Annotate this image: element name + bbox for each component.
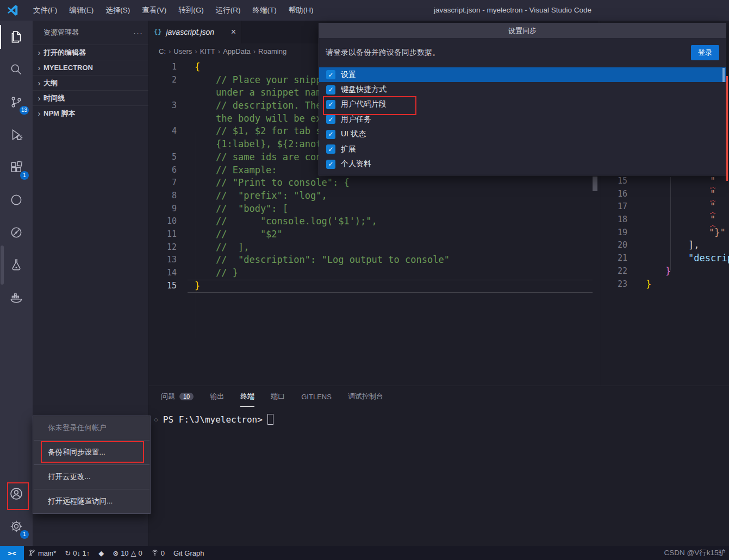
code-text: "}" [627, 226, 726, 240]
explorer-icon[interactable] [0, 21, 33, 53]
remote-indicator-icon[interactable] [0, 546, 24, 560]
extensions-icon[interactable]: 1 [0, 151, 33, 184]
dialog-message: 请登录以备份并跨设备同步数据。 [326, 48, 440, 58]
cloud-changes-item[interactable]: 打开云更改... [33, 468, 150, 486]
sidebar-item-npm-scripts[interactable]: NPM 脚本 [33, 105, 148, 121]
code-text: " [627, 188, 715, 201]
breadcrumb-item[interactable]: Roaming [257, 47, 288, 55]
checkbox-checked-icon[interactable] [326, 70, 335, 79]
tab-label: GITLENS [301, 393, 332, 401]
checkbox-checked-icon[interactable] [326, 144, 335, 154]
tab-problems[interactable]: 问题10 [161, 386, 194, 407]
menu-terminal[interactable]: 终端(T) [247, 3, 283, 18]
login-button[interactable]: 登录 [691, 45, 719, 60]
menu-edit[interactable]: 编辑(E) [63, 3, 99, 18]
accounts-context-menu: 你未登录任何帐户 备份和同步设置... 打开云更改... 打开远程隧道访问... [33, 416, 151, 514]
line-number: 14 [148, 267, 177, 280]
panel-tab-bar: 问题10 输出 终端 端口 GITLENS 调试控制台 [148, 386, 729, 407]
window-title: javascript.json - myelectron - Visual St… [434, 0, 591, 21]
checkbox-checked-icon[interactable] [326, 130, 335, 139]
breadcrumb-item[interactable]: AppData [221, 47, 252, 55]
tab-terminal[interactable]: 终端 [240, 386, 254, 407]
code-text: // Example: [177, 164, 277, 177]
code-line: 18" [601, 213, 729, 226]
menu-help[interactable]: 帮助(H) [283, 3, 320, 18]
menu-run[interactable]: 运行(R) [210, 3, 247, 18]
menu-view[interactable]: 查看(V) [136, 3, 172, 18]
sync-option-ui-state[interactable]: UI 状态 [319, 127, 726, 142]
search-icon[interactable] [0, 53, 33, 86]
run-debug-icon[interactable] [0, 118, 33, 151]
sync-option-snippets[interactable]: 用户代码片段 [319, 97, 726, 112]
branch-icon [28, 549, 36, 557]
line-number: 15 [601, 175, 627, 188]
tab-label: 调试控制台 [348, 392, 383, 401]
checkbox-checked-icon[interactable] [326, 100, 335, 109]
gitlens-status[interactable]: ◆ [94, 546, 108, 560]
breadcrumb-item[interactable]: Users [172, 47, 194, 55]
settings-badge: 1 [20, 530, 29, 539]
sync-status[interactable]: ↻ 0↓ 1↑ [60, 546, 94, 560]
sync-option-settings[interactable]: 设置 [319, 67, 726, 82]
source-control-icon[interactable]: 13 [0, 86, 33, 118]
scrollbar-thumb[interactable] [593, 177, 597, 191]
line-number: 9 [148, 203, 177, 216]
line-number [148, 138, 177, 151]
line-number: 11 [148, 228, 177, 241]
problems-status[interactable]: ⊗ 10 △ 0 [108, 546, 147, 560]
close-icon[interactable] [231, 27, 236, 37]
settings-sync-dialog: 设置同步 请登录以备份并跨设备同步数据。 登录 设置 键盘快捷方式 用户代码片段… [319, 23, 726, 175]
remote-tunnel-item[interactable]: 打开远程隧道访问... [33, 492, 150, 511]
sync-option-tasks[interactable]: 用户任务 [319, 112, 726, 127]
testing-flask-icon[interactable] [0, 249, 33, 281]
sync-options-list: 设置 键盘快捷方式 用户代码片段 用户任务 UI 状态 扩展 [319, 67, 726, 175]
menu-go[interactable]: 转到(G) [172, 3, 210, 18]
tab-gitlens[interactable]: GITLENS [301, 386, 332, 407]
line-number: 8 [148, 190, 177, 203]
line-number: 21 [601, 252, 627, 265]
more-actions-icon[interactable] [133, 28, 143, 37]
menu-selection[interactable]: 选择(S) [99, 3, 136, 18]
code-text: " [627, 200, 715, 213]
tab-ports[interactable]: 端口 [271, 386, 285, 407]
sync-option-extensions[interactable]: 扩展 [319, 142, 726, 156]
checkbox-checked-icon[interactable] [326, 160, 335, 169]
terminal[interactable]: PS F:\J\myelectron> [148, 414, 729, 425]
code-line: 23} [601, 278, 729, 291]
tab-debug-console[interactable]: 调试控制台 [348, 386, 383, 407]
checkbox-checked-icon[interactable] [326, 115, 335, 124]
chevron-right-icon [217, 47, 221, 55]
sidebar-item-open-editors[interactable]: 打开的编辑器 [33, 45, 148, 60]
sidebar-item-timeline[interactable]: 时间线 [33, 90, 148, 105]
scrollbar-thumb[interactable] [722, 68, 725, 82]
title-bar: 文件(F) 编辑(E) 选择(S) 查看(V) 转到(G) 运行(R) 终端(T… [0, 0, 729, 21]
tab-output[interactable]: 输出 [210, 386, 224, 407]
line-number: 4 [148, 125, 177, 138]
live-preview-icon[interactable] [0, 216, 33, 249]
branch-status[interactable]: main* [24, 546, 60, 560]
sync-option-profiles[interactable]: 个人资料 [319, 156, 726, 171]
remote-explorer-icon[interactable] [0, 184, 33, 216]
dialog-message-row: 请登录以备份并跨设备同步数据。 登录 [319, 38, 726, 67]
git-graph-label: Git Graph [173, 549, 204, 557]
activity-bar-scroll-handle[interactable] [1, 246, 4, 285]
line-number: 15 [148, 280, 177, 293]
sidebar-item-myelectron[interactable]: MYELECTRON [33, 60, 148, 75]
tab-javascript-json[interactable]: javascript.json [148, 21, 242, 43]
backup-sync-settings-item[interactable]: 备份和同步设置... [33, 443, 150, 462]
code-text: // "description": "Log output to console… [177, 254, 450, 267]
sync-option-label: 扩展 [341, 144, 356, 154]
sidebar-item-outline[interactable]: 大纲 [33, 75, 148, 90]
ports-status[interactable]: 0 [147, 546, 169, 560]
code-line: 13// "description": "Log output to conso… [148, 254, 598, 267]
menu-file[interactable]: 文件(F) [27, 3, 63, 18]
menu-separator [34, 464, 149, 465]
sync-option-keybindings[interactable]: 键盘快捷方式 [319, 82, 726, 97]
breadcrumb-item[interactable]: C: [157, 47, 167, 55]
git-graph-status[interactable]: Git Graph [169, 546, 208, 560]
chevron-right-icon [194, 47, 198, 55]
settings-gear-icon[interactable]: 1 [0, 510, 33, 543]
checkbox-checked-icon[interactable] [326, 85, 335, 95]
breadcrumb-item[interactable]: KITT [198, 47, 217, 55]
docker-icon[interactable] [0, 281, 33, 314]
